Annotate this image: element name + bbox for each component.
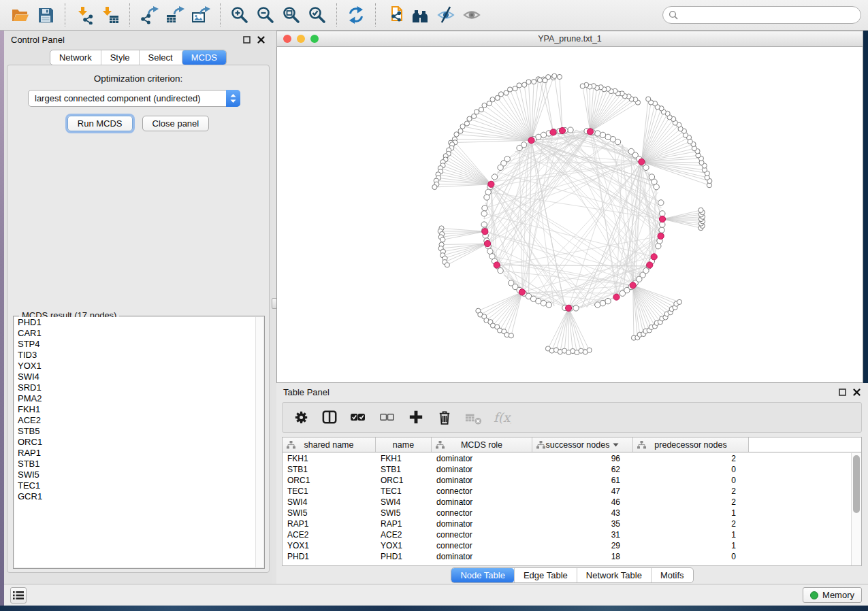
table-cell: 31 (532, 529, 625, 540)
gear-button[interactable] (289, 406, 314, 430)
table-row[interactable]: YOX1YOX1connector291 (283, 540, 851, 551)
refresh-button[interactable] (343, 3, 369, 27)
import-network-button[interactable] (71, 3, 97, 27)
run-mcds-button[interactable]: Run MCDS (67, 116, 133, 131)
table-cell: ACE2 (376, 529, 432, 540)
search-box[interactable] (662, 6, 861, 24)
zoom-selected-button[interactable] (304, 3, 330, 27)
list-item[interactable]: CAR1 (14, 328, 263, 339)
delete-column-button[interactable] (432, 406, 457, 430)
table-row[interactable]: FKH1FKH1dominator962 (283, 453, 851, 464)
tab-mcds[interactable]: MCDS (182, 50, 226, 65)
list-item[interactable]: SWI4 (14, 371, 263, 382)
tab-network[interactable]: Network (50, 50, 101, 65)
table-cell: FKH1 (376, 453, 432, 464)
list-item[interactable]: SWI5 (14, 469, 263, 480)
list-item[interactable]: STB1 (14, 459, 263, 469)
export-network-button[interactable] (136, 3, 162, 27)
import-table-button[interactable] (97, 3, 123, 27)
list-item[interactable]: GCR1 (14, 491, 263, 502)
tab-style[interactable]: Style (101, 50, 139, 65)
list-item[interactable]: RAP1 (14, 448, 263, 459)
table-scrollbar-thumb[interactable] (853, 455, 860, 513)
select-unchecked-button[interactable] (375, 406, 400, 430)
save-session-button[interactable] (33, 3, 59, 27)
network-graph[interactable] (277, 47, 863, 382)
task-history-button[interactable] (10, 587, 27, 604)
column-header[interactable]: name (376, 437, 432, 452)
list-item[interactable]: TID3 (14, 350, 263, 361)
table-cell: connector (432, 529, 532, 540)
list-item[interactable]: YOX1 (14, 361, 263, 371)
list-item[interactable]: STB5 (14, 426, 263, 437)
list-item[interactable]: FKH1 (14, 404, 263, 415)
table-row[interactable]: ORC1ORC1dominator610 (283, 475, 851, 486)
zoom-in-button[interactable] (227, 3, 253, 27)
list-item[interactable]: SRD1 (14, 382, 263, 393)
network-canvas[interactable] (276, 47, 863, 383)
column-label: successor nodes (546, 440, 610, 450)
float-panel-icon[interactable] (242, 35, 251, 44)
network-satellite-nodes[interactable] (432, 73, 712, 354)
zoom-out-button[interactable] (253, 3, 278, 27)
table-scrollbar[interactable] (851, 453, 861, 565)
memory-button[interactable]: Memory (803, 587, 862, 603)
copy-network-button[interactable] (382, 3, 408, 27)
columns-button[interactable] (318, 406, 342, 430)
attribute-icon (436, 441, 445, 449)
close-panel-button[interactable]: Close panel (142, 116, 210, 131)
table-row[interactable]: TEC1TEC1connector472 (283, 486, 851, 497)
list-item[interactable]: TEC1 (14, 480, 263, 491)
list-item[interactable]: STP4 (14, 339, 263, 350)
tab-motifs[interactable]: Motifs (651, 568, 693, 582)
list-icon (12, 589, 25, 601)
close-panel-icon[interactable] (257, 35, 266, 44)
export-image-button[interactable] (188, 3, 214, 27)
list-item[interactable]: PMA2 (14, 393, 263, 404)
tab-network-table[interactable]: Network Table (577, 568, 651, 582)
open-file-button[interactable] (7, 3, 33, 27)
attribute-icon (287, 441, 295, 449)
table-cell: connector (432, 540, 532, 551)
mcds-result-scrollbar[interactable] (255, 317, 263, 567)
column-header[interactable]: shared name (283, 437, 376, 452)
table-row[interactable]: RAP1RAP1dominator352 (283, 518, 851, 529)
table-row[interactable]: SWI4SWI4dominator462 (283, 497, 851, 508)
table-cell: RAP1 (376, 518, 432, 529)
table-row[interactable]: PHD1PHD1dominator180 (283, 551, 851, 562)
table-row[interactable]: STB1STB1dominator620 (283, 464, 851, 475)
table-row[interactable]: ACE2ACE2connector311 (283, 529, 851, 540)
search-input[interactable] (679, 10, 855, 20)
table-cell: 2 (625, 497, 741, 508)
tab-select[interactable]: Select (139, 50, 182, 65)
column-label: MCDS role (461, 440, 502, 450)
column-header[interactable]: MCDS role (432, 437, 532, 452)
optimization-criterion-dropdown[interactable]: largest connected component (undirected) (28, 90, 240, 107)
zoom-fit-button[interactable] (278, 3, 304, 27)
table-cell: 1 (625, 529, 741, 540)
export-table-button[interactable] (162, 3, 188, 27)
search-network-button[interactable] (408, 3, 434, 27)
export-image-icon (191, 5, 210, 24)
table-cell: 43 (532, 508, 625, 518)
tab-edge-table[interactable]: Edge Table (514, 568, 577, 582)
toolbar-separator (65, 3, 65, 27)
tab-node-table[interactable]: Node Table (451, 568, 514, 582)
add-column-button[interactable] (404, 406, 428, 430)
mcds-result-list[interactable]: PHD1CAR1STP4TID3YOX1SWI4SRD1PMA2FKH1ACE2… (14, 317, 263, 567)
list-item[interactable]: ACE2 (14, 415, 263, 426)
list-item[interactable]: ORC1 (14, 437, 263, 448)
column-header[interactable]: successor nodes (532, 437, 633, 452)
hide-selected-button[interactable] (434, 3, 460, 27)
column-header[interactable]: predecessor nodes (633, 437, 749, 452)
network-window-titlebar[interactable]: YPA_prune.txt_1 (276, 31, 863, 47)
select-checked-button[interactable] (347, 406, 371, 430)
table-cell: PHD1 (376, 551, 432, 562)
table-row[interactable]: SWI5SWI5connector431 (283, 508, 851, 518)
close-table-panel-icon[interactable] (852, 388, 861, 397)
list-item[interactable]: PHD1 (14, 317, 263, 328)
show-all-button[interactable] (460, 3, 485, 27)
delete-table-button[interactable] (461, 406, 485, 430)
float-table-panel-icon[interactable] (838, 388, 847, 397)
function-builder-button[interactable]: f(x) (489, 406, 514, 430)
